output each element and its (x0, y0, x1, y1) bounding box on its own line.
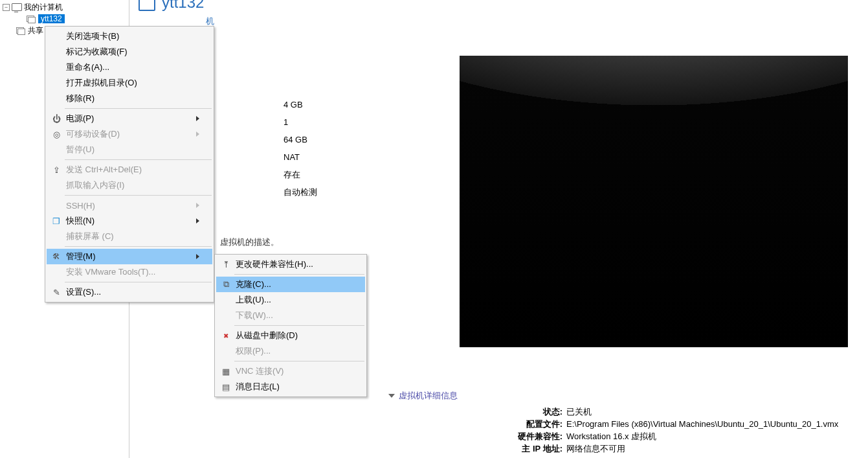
vm-title: ytt132 (162, 0, 204, 12)
log-icon (219, 382, 233, 392)
menu-capture: 捕获屏幕 (C) (47, 229, 212, 244)
details-row-compat: 硬件兼容性: Workstation 16.x 虚拟机 (388, 430, 868, 442)
hw-disk: 64 GB (284, 131, 317, 148)
submenu-arrow-icon (196, 218, 199, 223)
clone-icon (219, 279, 233, 290)
submenu-vnc: VNC 连接(V) (216, 363, 365, 379)
submenu-arrow-icon (196, 116, 199, 121)
wrench-icon (49, 252, 63, 261)
menu-separator (65, 159, 212, 160)
disk-icon (49, 130, 63, 139)
hw-network: NAT (284, 148, 317, 166)
details-header-label: 虚拟机详细信息 (399, 390, 458, 402)
vm-description: 虚拟机的描述。 (220, 236, 279, 248)
snapshot-icon (49, 216, 63, 226)
computer-icon (12, 3, 22, 11)
vm-screenshot-preview[interactable] (460, 56, 848, 347)
menu-send-cad: 发送 Ctrl+Alt+Del(E) (47, 162, 212, 177)
hw-display: 自动检测 (284, 183, 317, 201)
tree-root-label: 我的计算机 (24, 2, 63, 13)
tree-vm-row[interactable]: ytt132 (0, 13, 129, 25)
partial-link-2[interactable]: 置 (129, 41, 868, 53)
menu-snapshot[interactable]: 快照(N) (47, 213, 212, 229)
submenu-permissions: 权限(P)... (216, 343, 365, 359)
shared-icon (16, 27, 26, 35)
menu-separator (65, 195, 212, 196)
menu-settings[interactable]: 设置(S)... (47, 284, 212, 300)
submenu-arrow-icon (196, 254, 199, 259)
submenu-arrow-icon (196, 203, 199, 208)
vm-details-section: 虚拟机详细信息 状态: 已关机 配置文件: E:\Program Files (… (388, 390, 868, 455)
menu-install-tools: 安装 VMware Tools(T)... (47, 264, 212, 280)
delete-icon (219, 332, 233, 339)
hw-memory: 4 GB (284, 96, 317, 113)
menu-separator (234, 361, 364, 361)
submenu-download: 下载(W)... (216, 308, 365, 323)
menu-ssh: SSH(H) (47, 198, 212, 213)
menu-pause: 暂停(U) (47, 142, 212, 157)
hw-usb: 存在 (284, 166, 317, 183)
menu-removable: 可移动设备(D) (47, 126, 212, 142)
submenu-change-hw[interactable]: 更改硬件兼容性(H)... (216, 257, 365, 272)
upload-icon (219, 260, 233, 269)
vm-icon (26, 15, 36, 23)
details-row-ip: 主 IP 地址: 网络信息不可用 (388, 442, 868, 455)
menu-separator (234, 274, 364, 275)
details-row-state: 状态: 已关机 (388, 406, 868, 418)
tree-root-row[interactable]: − 我的计算机 (0, 1, 129, 13)
menu-close-tab[interactable]: 关闭选项卡(B) (47, 29, 212, 44)
menu-remove[interactable]: 移除(R) (47, 91, 212, 106)
menu-favorite[interactable]: 标记为收藏项(F) (47, 44, 212, 60)
menu-separator (65, 282, 212, 282)
menu-open-dir[interactable]: 打开虚拟机目录(O) (47, 75, 212, 91)
vm-title-row: ytt132 (129, 0, 868, 16)
settings-icon (49, 288, 63, 297)
menu-separator (65, 108, 212, 109)
vm-title-icon (139, 0, 155, 11)
partial-link-1[interactable]: 机 (129, 16, 868, 27)
menu-separator (234, 325, 364, 326)
power-icon (49, 114, 63, 124)
submenu-clone[interactable]: 克隆(C)... (216, 277, 365, 292)
tree-shared-label: 共享 (28, 25, 43, 36)
send-icon (49, 165, 63, 175)
grid-icon (219, 367, 233, 376)
submenu-upload[interactable]: 上载(U)... (216, 292, 365, 308)
submenu-msg-log[interactable]: 消息日志(L) (216, 379, 365, 395)
caret-down-icon (388, 394, 395, 398)
details-header[interactable]: 虚拟机详细信息 (388, 390, 868, 402)
tree-selected-vm: ytt132 (38, 14, 65, 23)
details-row-config: 配置文件: E:\Program Files (x86)\Virtual Mac… (388, 418, 868, 430)
submenu-delete-disk[interactable]: 从磁盘中删除(D) (216, 328, 365, 343)
submenu-arrow-icon (196, 132, 199, 137)
menu-power[interactable]: 电源(P) (47, 111, 212, 126)
menu-rename[interactable]: 重命名(A)... (47, 60, 212, 75)
vm-context-menu: 关闭选项卡(B) 标记为收藏项(F) 重命名(A)... 打开虚拟机目录(O) … (45, 26, 214, 303)
hw-processors: 1 (284, 113, 317, 131)
expander-icon[interactable]: − (3, 4, 10, 11)
manage-submenu: 更改硬件兼容性(H)... 克隆(C)... 上载(U)... 下载(W)...… (214, 254, 367, 397)
menu-grab-input: 抓取输入内容(I) (47, 177, 212, 193)
menu-manage[interactable]: 管理(M) (47, 249, 212, 264)
hardware-values: 4 GB 1 64 GB NAT 存在 自动检测 (284, 96, 317, 201)
menu-separator (65, 246, 212, 247)
